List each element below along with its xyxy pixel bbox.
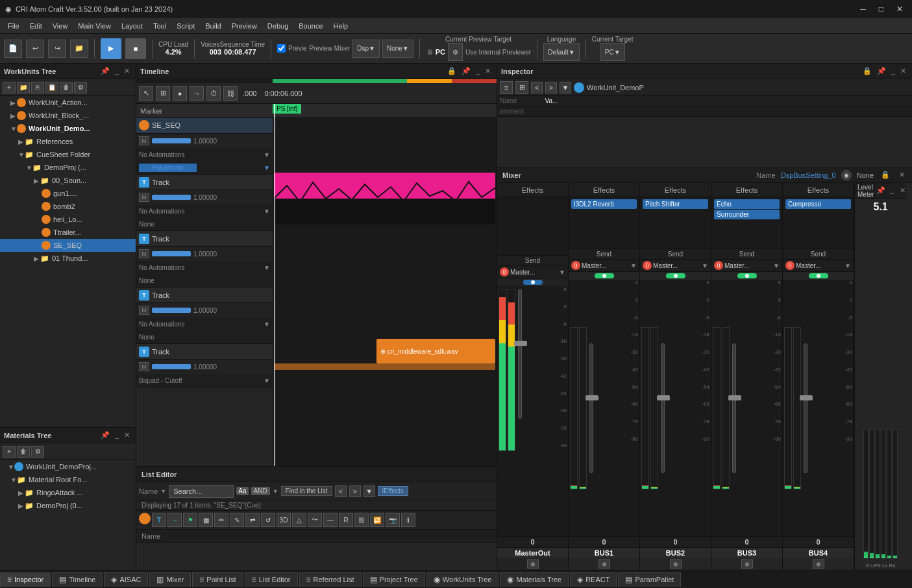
tab-referred-list[interactable]: ≡ Referred List — [299, 572, 362, 587]
insp-more[interactable]: ▼ — [560, 82, 571, 93]
bus1-fader[interactable] — [589, 343, 593, 473]
lock-mixer-btn[interactable]: 🔒 — [879, 170, 892, 180]
close-mat-btn[interactable]: ✕ — [122, 430, 132, 440]
auto-expand[interactable]: ▼ — [264, 151, 270, 158]
current-target-dropdown[interactable]: PC▼ — [600, 43, 625, 61]
bus2-fader[interactable] — [661, 343, 665, 473]
bus3-pan-knob[interactable] — [737, 273, 757, 278]
tree-item-00sound[interactable]: ▶ 📁 00_Soun... — [0, 174, 136, 187]
minimize-mat-btn[interactable]: _ — [113, 430, 121, 440]
bus3-fader[interactable] — [732, 343, 736, 473]
window-controls[interactable]: ─ □ ✕ — [856, 3, 907, 15]
le-grid-btn[interactable]: ▦ — [199, 513, 213, 527]
le-triangle-btn[interactable]: △ — [292, 513, 306, 527]
menu-main-view[interactable]: Main View — [73, 21, 116, 31]
bus3-fader-handle[interactable] — [728, 395, 741, 400]
mute-btn[interactable]: M — [139, 136, 149, 145]
delete-btn[interactable]: 🗑 — [60, 82, 73, 93]
pin-icon[interactable]: 📌 — [875, 66, 888, 76]
bus3-send-arrow[interactable]: ▼ — [773, 262, 780, 269]
tree-item-01thund[interactable]: ▶ 📁 01 Thund... — [0, 252, 136, 265]
menu-view[interactable]: View — [47, 21, 73, 31]
bus4-pan-knob[interactable] — [809, 273, 828, 278]
undo-button[interactable]: ↩ — [26, 40, 44, 58]
folder-btn[interactable]: 📁 — [17, 82, 30, 93]
le-pencil-btn[interactable]: ✎ — [230, 513, 244, 527]
bus4-effect-compresso[interactable]: Compresso — [785, 199, 851, 209]
workunit-tree-container[interactable]: ▶ WorkUnit_Action... ▶ WorkUnit_Block_..… — [0, 96, 136, 427]
mute-btn-2[interactable]: M — [139, 249, 149, 258]
bus3-icon-btn[interactable]: ◉ — [741, 559, 753, 569]
tree-item-gun1[interactable]: gun1.... — [0, 187, 136, 200]
paste-btn[interactable]: 📋 — [45, 82, 58, 93]
le-r-btn[interactable]: R — [339, 513, 353, 527]
master-send-arrow[interactable]: ▼ — [559, 269, 565, 276]
nav-more[interactable]: ▼ — [364, 485, 375, 497]
internal-previewer-btn[interactable]: ⚙ — [448, 43, 463, 61]
bus1-icon-btn[interactable]: ◉ — [598, 559, 610, 569]
close-insp-btn[interactable]: ✕ — [898, 66, 908, 76]
chain-tool[interactable]: ⛓ — [223, 86, 238, 101]
arrow-tool[interactable]: → — [190, 86, 204, 101]
tree-item-workunit-demo[interactable]: ▼ WorkUnit_Demo... — [0, 122, 136, 135]
mute-btn-3[interactable]: M — [139, 306, 149, 315]
minimize-tl-btn[interactable]: _ — [474, 66, 482, 76]
nav-next[interactable]: > — [349, 485, 361, 497]
bus4-fader-handle[interactable] — [800, 395, 813, 400]
le-t-btn[interactable]: T — [152, 513, 166, 527]
minimize-insp-btn[interactable]: _ — [889, 66, 897, 76]
bus1-send-arrow[interactable]: ▼ — [630, 262, 637, 269]
insp-prev[interactable]: < — [531, 82, 543, 93]
le-arrow2-btn[interactable]: ⇄ — [245, 513, 260, 527]
materials-tree-container[interactable]: ▼ WorkUnit_DemoProj... ▼ 📁 Material Root… — [0, 460, 136, 570]
lock-icon[interactable]: 🔒 — [445, 66, 458, 76]
mat-add-btn[interactable]: + — [3, 446, 16, 458]
none-dropdown[interactable]: None▼ — [382, 40, 413, 58]
find-btn[interactable]: Find in the List — [281, 486, 332, 496]
le-camera-btn[interactable]: 📷 — [386, 513, 400, 527]
lm-close[interactable]: ✕ — [898, 186, 907, 195]
menu-script[interactable]: Script — [171, 21, 200, 31]
minimize-button[interactable]: ─ — [856, 3, 870, 15]
le-loop-btn[interactable]: 🔁 — [370, 513, 384, 527]
redo-button[interactable]: ↪ — [48, 40, 66, 58]
menu-edit[interactable]: Edit — [25, 21, 47, 31]
insp-grid-btn[interactable]: ⊞ — [515, 81, 528, 94]
mat-tree-item-root[interactable]: ▼ 📁 Material Root Fo... — [0, 473, 136, 486]
auto-expand-4[interactable]: ▼ — [264, 377, 270, 384]
menu-debug[interactable]: Debug — [262, 21, 293, 31]
pin-icon[interactable]: 📌 — [99, 430, 112, 440]
pin-icon[interactable]: 📌 — [460, 66, 473, 76]
tree-item-se-seq[interactable]: SE_SEQ — [0, 239, 136, 252]
le-wave-btn[interactable]: 〜 — [308, 513, 322, 527]
le-info-btn[interactable]: ℹ — [401, 513, 415, 527]
nav-prev[interactable]: < — [335, 485, 347, 497]
tree-item-cuesheet[interactable]: ▼ 📁 CueSheet Folder — [0, 148, 136, 161]
tab-workunit-tree[interactable]: ◉ WorkUnits Tree — [426, 572, 499, 587]
vol-slider[interactable] — [152, 138, 191, 143]
menu-bounce[interactable]: Bounce — [293, 21, 328, 31]
tree-item-workunit-action[interactable]: ▶ WorkUnit_Action... — [0, 96, 136, 109]
menu-file[interactable]: File — [3, 21, 25, 31]
previe-checkbox[interactable] — [277, 44, 286, 53]
mat-tree-item-workunit[interactable]: ▼ WorkUnit_DemoProj... — [0, 460, 136, 473]
insp-list-btn[interactable]: ≡ — [500, 81, 513, 94]
maximize-button[interactable]: □ — [875, 3, 887, 15]
menu-preview[interactable]: Preview — [227, 21, 262, 31]
tab-react[interactable]: ◈ REACT — [570, 572, 617, 587]
bus4-fader[interactable] — [804, 343, 807, 473]
le-search-input[interactable] — [169, 485, 234, 498]
select-tool[interactable]: ↖ — [139, 86, 153, 101]
auto-expand-2[interactable]: ▼ — [264, 264, 270, 271]
bus2-pan-knob[interactable] — [666, 273, 685, 278]
tree-item-ttrailer[interactable]: Ttrailer... — [0, 226, 136, 239]
bus2-icon-btn[interactable]: ◉ — [670, 559, 682, 569]
tab-list-editor[interactable]: ≡ List Editor — [245, 572, 298, 587]
insp-next[interactable]: > — [545, 82, 557, 93]
tree-item-demoproj[interactable]: ▼ 📁 DemoProj (... — [0, 161, 136, 174]
poly-expand[interactable]: ▼ — [264, 164, 270, 171]
master-icon-btn1[interactable]: ◉ — [527, 559, 539, 569]
tab-point-list[interactable]: ≡ Point List — [192, 572, 243, 587]
language-dropdown[interactable]: Default▼ — [543, 43, 580, 61]
bus1-effect-i3dl2[interactable]: I3DL2 Reverb — [571, 199, 637, 209]
